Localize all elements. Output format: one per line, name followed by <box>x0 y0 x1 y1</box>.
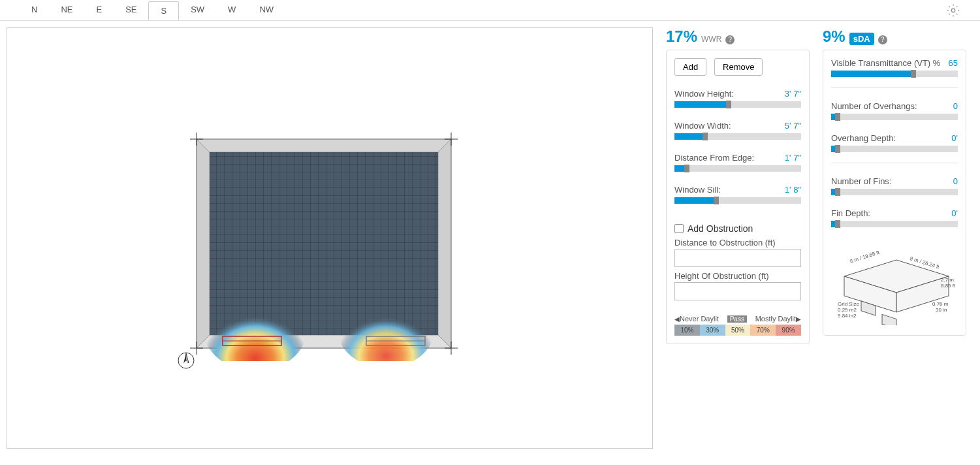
settings-gear-icon[interactable] <box>946 3 960 20</box>
daylight-legend: ◀Never Daylit Pass Mostly Daylit▶ 10%30%… <box>674 315 801 336</box>
wwr-value: 17% <box>666 27 697 46</box>
room-plan-render <box>177 133 471 361</box>
room-isometric: 6 m / 19.68 ft 8 m / 26.24 ft 2.7 m 8.85… <box>831 240 958 327</box>
svg-point-0 <box>951 8 955 12</box>
obstruction-height-input[interactable] <box>674 282 801 300</box>
tab-nw[interactable]: NW <box>247 1 285 20</box>
tab-n[interactable]: N <box>20 1 49 20</box>
add-obstruction-checkbox[interactable] <box>674 224 684 233</box>
orientation-tabs: NNEESESSWWNW <box>20 1 285 20</box>
sda-panel: 9% sDA ? Visible Transmittance (VT) %65N… <box>823 27 966 344</box>
tab-se[interactable]: SE <box>114 1 148 20</box>
obstruction-height-label: Height Of Obstruction (ft) <box>674 271 801 281</box>
tab-s[interactable]: S <box>148 1 179 20</box>
svg-marker-4 <box>438 139 451 348</box>
obstruction-distance-input[interactable] <box>674 249 801 267</box>
slider[interactable]: Visible Transmittance (VT) %65 <box>831 58 958 77</box>
svg-marker-2 <box>197 139 451 152</box>
svg-text:Grid Size: Grid Size <box>838 301 859 307</box>
sda-value: 9% <box>823 27 846 46</box>
svg-rect-29 <box>882 314 896 325</box>
svg-text:0.76 m: 0.76 m <box>932 301 949 307</box>
wwr-label: WWR <box>701 35 721 44</box>
compass-icon <box>177 351 195 370</box>
tab-w[interactable]: W <box>216 1 247 20</box>
add-button[interactable]: Add <box>674 58 706 76</box>
slider[interactable]: Distance From Edge:1' 7" <box>674 153 801 172</box>
tab-e[interactable]: E <box>84 1 114 20</box>
svg-text:30 in: 30 in <box>936 307 947 313</box>
remove-button[interactable]: Remove <box>714 58 763 76</box>
sda-help-icon[interactable]: ? <box>878 35 887 44</box>
obstruction-distance-label: Distance to Obstruction (ft) <box>674 238 801 248</box>
svg-text:6 m / 19.68 ft: 6 m / 19.68 ft <box>849 249 881 265</box>
tab-sw[interactable]: SW <box>179 1 216 20</box>
slider[interactable]: Overhang Depth:0' <box>831 133 958 152</box>
slider[interactable]: Fin Depth:0' <box>831 208 958 227</box>
svg-text:0.25 m2: 0.25 m2 <box>838 307 857 313</box>
sda-badge: sDA <box>849 33 874 45</box>
daylight-viewport <box>7 27 653 449</box>
add-obstruction-label: Add Obstruction <box>688 223 753 234</box>
svg-text:9.84 in2: 9.84 in2 <box>838 313 857 319</box>
svg-text:8.85 ft: 8.85 ft <box>941 283 956 289</box>
slider[interactable]: Window Sill:1' 8" <box>674 185 801 204</box>
slider[interactable]: Window Width:5' 7" <box>674 121 801 140</box>
wwr-help-icon[interactable]: ? <box>725 35 735 44</box>
slider[interactable]: Number of Fins:0 <box>831 176 958 195</box>
tab-ne[interactable]: NE <box>49 1 84 20</box>
slider[interactable]: Number of Overhangs:0 <box>831 101 958 120</box>
slider[interactable]: Window Height:3' 7" <box>674 89 801 108</box>
svg-text:2.7 m: 2.7 m <box>941 277 954 283</box>
wwr-panel: 17% WWR ? Add Remove Window Height:3' 7"… <box>666 27 810 344</box>
